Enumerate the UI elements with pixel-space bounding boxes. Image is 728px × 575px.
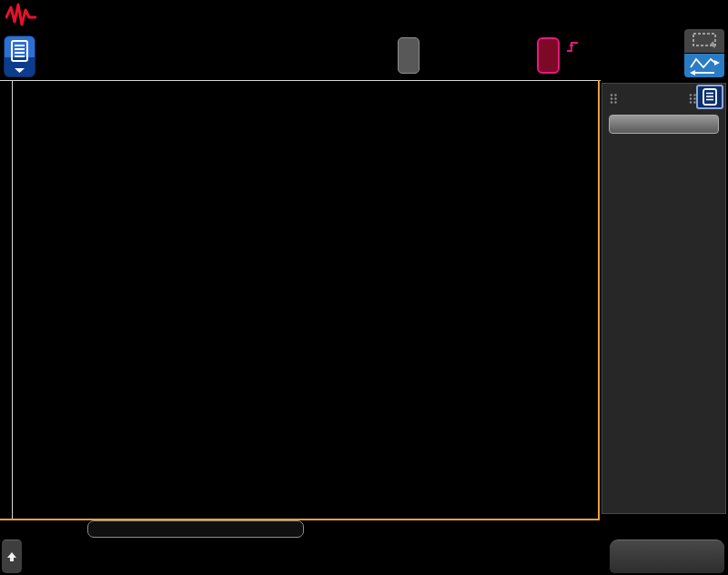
channel-marker-strip xyxy=(0,82,12,519)
cursor-panel-header xyxy=(602,84,725,111)
grid-right-border xyxy=(598,80,600,520)
filename-input[interactable] xyxy=(87,520,304,538)
oscilloscope-screen xyxy=(0,0,728,575)
grid-top-border xyxy=(0,80,601,81)
rising-edge-icon xyxy=(565,38,580,55)
softkey-bar xyxy=(0,540,728,575)
menu-list-icon xyxy=(5,36,35,76)
panel-menu-button[interactable] xyxy=(696,85,723,109)
navigate-button[interactable] xyxy=(684,54,724,77)
control-bar xyxy=(0,29,728,80)
zoom-region-button[interactable] xyxy=(684,29,724,53)
horizontal-button[interactable] xyxy=(398,37,420,74)
plot-area xyxy=(13,82,598,520)
dashed-selection-icon xyxy=(684,29,724,53)
trigger-button[interactable] xyxy=(537,37,560,74)
waveform-navigate-icon xyxy=(684,54,724,77)
menu-list-icon xyxy=(698,86,722,107)
press-to-save-button[interactable] xyxy=(610,540,724,573)
up-arrow-icon xyxy=(6,551,17,562)
cursor-mode-button[interactable] xyxy=(609,115,719,134)
main-menu-button[interactable] xyxy=(4,35,35,77)
keysight-spark-icon xyxy=(5,3,36,26)
up-arrow-button[interactable] xyxy=(2,540,22,573)
grip-dots-icon[interactable] xyxy=(610,93,618,105)
cursor-panel xyxy=(602,83,726,514)
